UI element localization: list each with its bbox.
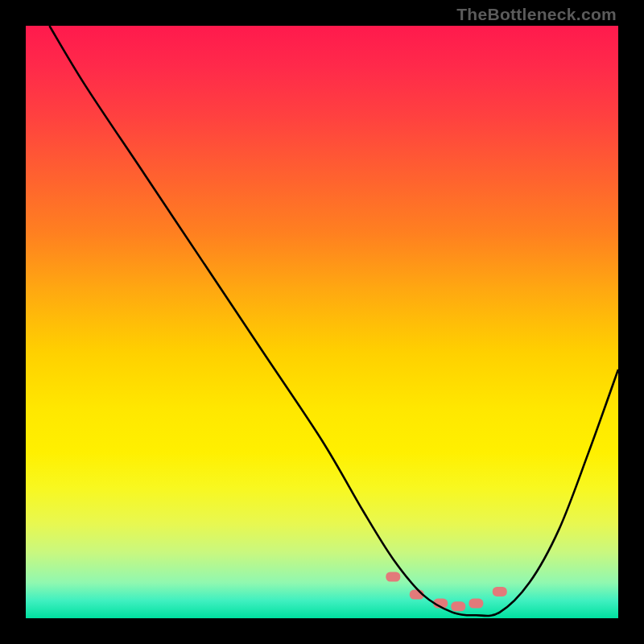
chart-frame: TheBottleneck.com [0, 0, 644, 644]
optimal-range-markers [386, 572, 507, 612]
attribution-label: TheBottleneck.com [456, 5, 617, 24]
bottleneck-curve [49, 26, 618, 616]
optimal-marker [386, 572, 400, 582]
optimal-marker [469, 599, 483, 609]
optimal-marker [493, 587, 507, 597]
optimal-marker [410, 590, 424, 600]
optimal-marker [451, 601, 465, 611]
optimal-marker [433, 599, 448, 609]
plot-area [26, 26, 618, 618]
chart-overlay [26, 26, 618, 618]
